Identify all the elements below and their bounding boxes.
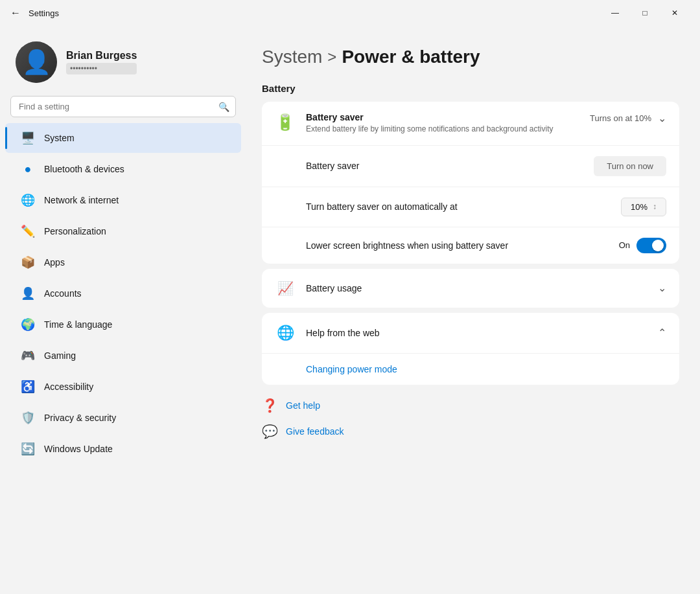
user-profile: Brian Burgess ••••••••••: [0, 34, 246, 96]
breadcrumb-separator: >: [327, 48, 336, 66]
battery-saver-icon: 🔋: [275, 113, 296, 131]
personalization-icon: ✏️: [21, 224, 35, 238]
changing-power-mode-link[interactable]: Changing power mode: [262, 354, 679, 385]
give-feedback-action[interactable]: 💬 Give feedback: [262, 421, 679, 442]
sidebar-item-bluetooth[interactable]: ● Bluetooth & devices: [5, 154, 241, 184]
back-icon[interactable]: ←: [10, 7, 21, 19]
title-bar-controls: — □ ✕: [600, 3, 690, 23]
battery-usage-row[interactable]: 📈 Battery usage ⌄: [262, 269, 679, 308]
help-web-header[interactable]: 🌐 Help from the web ⌃: [262, 313, 679, 353]
battery-saver-subtitle: Extend battery life by limiting some not…: [306, 124, 579, 135]
auto-turn-on-row: Turn battery saver on automatically at 1…: [262, 187, 679, 227]
breadcrumb: System > Power & battery: [262, 47, 679, 67]
help-web-icon: 🌐: [275, 325, 296, 341]
sidebar-item-gaming[interactable]: 🎮 Gaming: [5, 341, 241, 371]
update-icon: 🔄: [21, 442, 35, 456]
breadcrumb-parent[interactable]: System: [262, 47, 322, 67]
avatar: [16, 41, 57, 83]
get-help-icon: ❓: [262, 398, 278, 413]
percent-dropdown[interactable]: 10% ↕: [621, 198, 666, 216]
title-bar-left: ← Settings: [10, 7, 59, 19]
privacy-icon: 🛡️: [21, 411, 35, 425]
help-web-content: Help from the web: [306, 327, 648, 339]
close-button[interactable]: ✕: [660, 3, 690, 23]
turn-on-row: Battery saver Turn on now: [262, 146, 679, 187]
battery-saver-chevron-up[interactable]: ⌄: [658, 112, 666, 124]
battery-saver-card: 🔋 Battery saver Extend battery life by l…: [262, 102, 679, 264]
bottom-actions: ❓ Get help 💬 Give feedback: [262, 395, 679, 442]
cursor-icon: ↕: [653, 202, 657, 211]
sidebar-item-label: Bluetooth & devices: [44, 164, 124, 174]
battery-usage-label: Battery usage: [306, 283, 362, 293]
help-web-chevron: ⌃: [658, 326, 666, 339]
lower-brightness-row: Lower screen brightness when using batte…: [262, 227, 679, 264]
sidebar-item-label: Time & language: [44, 319, 112, 330]
app-title: Settings: [29, 8, 59, 18]
sidebar-item-label: Privacy & security: [44, 413, 116, 423]
search-box: 🔍: [10, 96, 236, 117]
auto-turn-on-label: Turn battery saver on automatically at: [306, 201, 458, 212]
breadcrumb-current: Power & battery: [342, 47, 480, 67]
sidebar-item-label: System: [44, 133, 75, 143]
battery-usage-card[interactable]: 📈 Battery usage ⌄: [262, 269, 679, 308]
give-feedback-icon: 💬: [262, 424, 278, 439]
user-email: ••••••••••: [66, 63, 137, 74]
sidebar-item-label: Accounts: [44, 288, 82, 299]
system-icon: 🖥️: [21, 131, 35, 145]
help-web-title: Help from the web: [306, 328, 380, 338]
battery-saver-title: Battery saver: [306, 112, 579, 122]
get-help-action[interactable]: ❓ Get help: [262, 395, 679, 416]
battery-saver-info: Battery saver Extend battery life by lim…: [306, 112, 579, 135]
network-icon: 🌐: [21, 193, 35, 207]
sidebar-item-label: Apps: [44, 257, 65, 268]
battery-saver-header-right: Turns on at 10% ⌄: [590, 112, 666, 124]
app-container: Brian Burgess •••••••••• 🔍 🖥️ System ● B…: [0, 26, 700, 594]
sidebar-item-system[interactable]: 🖥️ System: [5, 123, 241, 153]
user-info: Brian Burgess ••••••••••: [66, 50, 137, 74]
give-feedback-label[interactable]: Give feedback: [286, 426, 344, 437]
section-battery-title: Battery: [262, 83, 679, 94]
battery-usage-chevron: ⌄: [658, 282, 666, 294]
help-web-card: 🌐 Help from the web ⌃ Changing power mod…: [262, 313, 679, 385]
battery-saver-header-row[interactable]: 🔋 Battery saver Extend battery life by l…: [262, 102, 679, 146]
lower-brightness-label: Lower screen brightness when using batte…: [306, 240, 508, 251]
accounts-icon: 👤: [21, 286, 35, 301]
sidebar-item-label: Gaming: [44, 350, 76, 361]
accessibility-icon: ♿: [21, 380, 35, 394]
lower-brightness-content: Lower screen brightness when using batte…: [306, 240, 609, 251]
sidebar-item-update[interactable]: 🔄 Windows Update: [5, 434, 241, 464]
minimize-button[interactable]: —: [600, 3, 630, 23]
sidebar-item-apps[interactable]: 📦 Apps: [5, 247, 241, 277]
avatar-image: [16, 41, 57, 83]
sidebar-item-label: Network & internet: [44, 195, 119, 205]
sidebar-item-label: Personalization: [44, 226, 106, 236]
sidebar-item-accounts[interactable]: 👤 Accounts: [5, 279, 241, 308]
get-help-label[interactable]: Get help: [286, 400, 320, 411]
search-icon: 🔍: [218, 102, 229, 112]
lower-brightness-right: On: [619, 238, 666, 253]
battery-saver-label: Battery saver: [306, 160, 583, 172]
battery-usage-icon: 📈: [275, 280, 296, 296]
gaming-icon: 🎮: [21, 348, 35, 363]
turn-on-button[interactable]: Turn on now: [594, 156, 666, 176]
sidebar: Brian Burgess •••••••••• 🔍 🖥️ System ● B…: [0, 26, 246, 594]
sidebar-item-network[interactable]: 🌐 Network & internet: [5, 185, 241, 215]
main-content: System > Power & battery Battery 🔋 Batte…: [246, 26, 700, 594]
sidebar-item-time[interactable]: 🌍 Time & language: [5, 310, 241, 339]
sidebar-item-accessibility[interactable]: ♿ Accessibility: [5, 372, 241, 402]
sidebar-item-personalization[interactable]: ✏️ Personalization: [5, 216, 241, 246]
battery-usage-content: Battery usage: [306, 282, 648, 294]
sidebar-item-label: Windows Update: [44, 444, 113, 454]
time-icon: 🌍: [21, 317, 35, 332]
battery-saver-row-label: Battery saver: [306, 161, 359, 171]
battery-status-text: Turns on at 10%: [590, 113, 651, 123]
bluetooth-icon: ●: [21, 162, 35, 176]
sidebar-item-privacy[interactable]: 🛡️ Privacy & security: [5, 403, 241, 433]
maximize-button[interactable]: □: [630, 3, 660, 23]
lower-brightness-toggle[interactable]: [636, 238, 666, 253]
user-name: Brian Burgess: [66, 50, 137, 62]
toggle-on-label: On: [619, 240, 630, 250]
search-input[interactable]: [10, 96, 236, 117]
turn-on-right: Turn on now: [594, 156, 666, 176]
sidebar-item-label: Accessibility: [44, 382, 93, 392]
